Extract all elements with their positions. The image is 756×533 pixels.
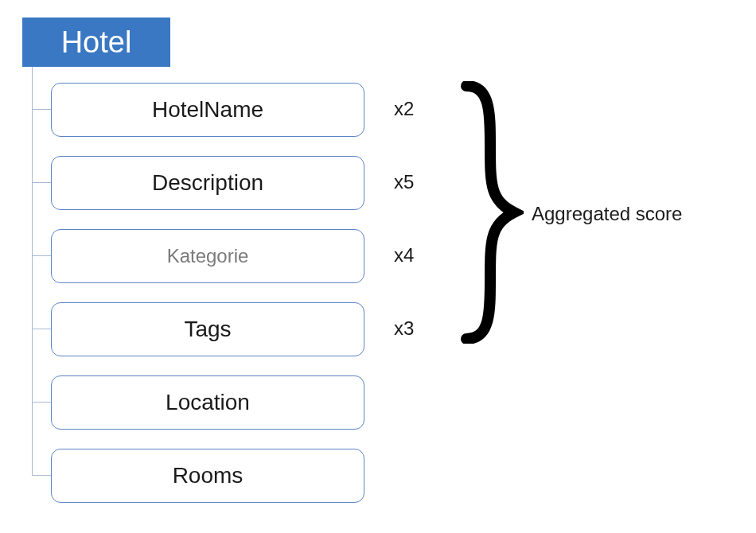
field-label: HotelName: [152, 97, 263, 123]
field-box: Kategorie: [51, 229, 364, 283]
tree-connector-vertical: [32, 67, 33, 475]
tree-connector-horizontal: [32, 182, 51, 183]
field-box: Tags: [51, 302, 364, 356]
weight-label: x4: [394, 244, 442, 266]
tree-connector-horizontal: [32, 329, 51, 329]
weight-label: x5: [394, 171, 442, 193]
aggregated-score-label: Aggregated score: [532, 203, 682, 225]
field-box: Location: [51, 375, 364, 430]
curly-brace-icon: [452, 81, 524, 344]
tree-connector-horizontal: [32, 402, 51, 403]
field-label: Tags: [184, 317, 231, 342]
tree-connector-horizontal: [32, 255, 51, 256]
root-label: Hotel: [61, 25, 132, 60]
field-box: HotelName: [51, 83, 364, 137]
weight-label: x2: [394, 98, 442, 120]
tree-connector-horizontal: [32, 109, 51, 110]
field-box: Rooms: [51, 449, 364, 503]
tree-connector-horizontal: [32, 475, 51, 476]
field-label: Location: [166, 390, 250, 415]
field-label: Kategorie: [167, 245, 249, 267]
field-label: Rooms: [173, 463, 244, 488]
field-label: Description: [152, 170, 263, 196]
root-node: Hotel: [22, 18, 170, 67]
field-box: Description: [51, 156, 364, 210]
weight-label: x3: [394, 317, 442, 340]
